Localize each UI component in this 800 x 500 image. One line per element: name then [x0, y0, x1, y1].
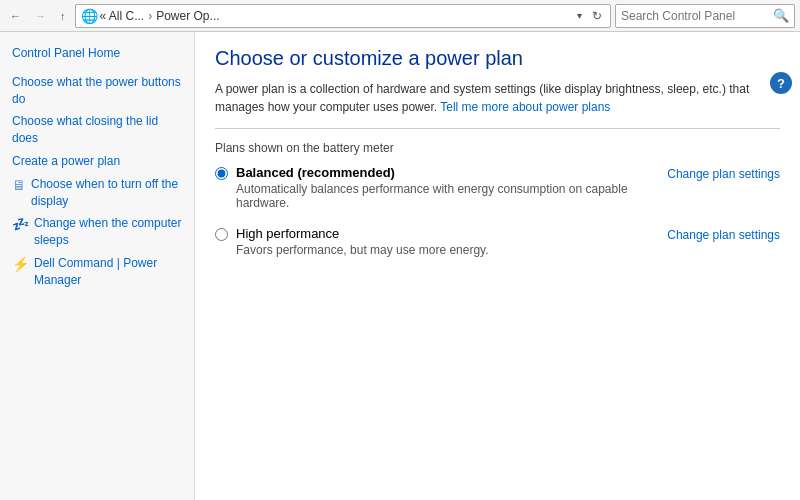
- help-icon-button[interactable]: ?: [770, 72, 792, 94]
- search-bar[interactable]: 🔍: [615, 4, 795, 28]
- address-dropdown-button[interactable]: ▾: [574, 10, 585, 21]
- plan-name-high-performance[interactable]: High performance: [236, 226, 652, 241]
- sidebar-create-plan-label: Create a power plan: [12, 153, 120, 170]
- monitor-icon: 🖥: [12, 176, 26, 196]
- sidebar-item-dell-command[interactable]: ⚡ Dell Command | Power Manager: [0, 252, 194, 292]
- learn-more-link[interactable]: Tell me more about power plans: [440, 100, 610, 114]
- sidebar: Control Panel Home Choose what the power…: [0, 32, 195, 500]
- address-part2: Power Op...: [156, 9, 219, 23]
- search-input[interactable]: [621, 9, 769, 23]
- content-description: A power plan is a collection of hardware…: [215, 80, 780, 116]
- plans-section-label: Plans shown on the battery meter: [215, 141, 780, 155]
- search-submit-button[interactable]: 🔍: [773, 8, 789, 23]
- sidebar-item-home[interactable]: Control Panel Home: [0, 42, 194, 65]
- sidebar-lid-label: Choose what closing the lid does: [12, 113, 182, 147]
- content-area: Choose or customize a power plan A power…: [195, 32, 800, 500]
- plan-left-balanced: Balanced (recommended) Automatically bal…: [215, 165, 652, 210]
- navigation-bar: ← → ↑ 🌐 « All C... › Power Op... ▾ ↻ 🔍: [0, 0, 800, 32]
- address-globe-icon: 🌐: [81, 8, 98, 24]
- plan-desc-balanced: Automatically balances performance with …: [236, 182, 652, 210]
- sidebar-item-computer-sleep[interactable]: 💤 Change when the computer sleeps: [0, 212, 194, 252]
- section-divider: [215, 128, 780, 129]
- back-button[interactable]: ←: [5, 7, 26, 25]
- address-text: 🌐 « All C... › Power Op...: [81, 8, 220, 24]
- sidebar-item-create-plan[interactable]: Create a power plan: [0, 150, 194, 173]
- sidebar-item-turn-off-display[interactable]: 🖥 Choose when to turn off the display: [0, 173, 194, 213]
- plan-item-balanced: Balanced (recommended) Automatically bal…: [215, 165, 780, 210]
- sidebar-dell-command-label: Dell Command | Power Manager: [34, 255, 182, 289]
- plan-item-high-performance: High performance Favors performance, but…: [215, 226, 780, 257]
- page-title: Choose or customize a power plan: [215, 47, 780, 70]
- sidebar-computer-sleep-label: Change when the computer sleeps: [34, 215, 182, 249]
- main-layout: Control Panel Home Choose what the power…: [0, 32, 800, 500]
- plan-info-balanced: Balanced (recommended) Automatically bal…: [236, 165, 652, 210]
- sidebar-home-label: Control Panel Home: [12, 45, 120, 62]
- sidebar-main-section: Control Panel Home Choose what the power…: [0, 42, 194, 302]
- plan-info-high-performance: High performance Favors performance, but…: [236, 226, 652, 257]
- dell-icon: ⚡: [12, 255, 29, 275]
- address-part1: « All C...: [100, 9, 145, 23]
- plan-radio-balanced[interactable]: [215, 167, 228, 180]
- plan-change-link-balanced[interactable]: Change plan settings: [667, 167, 780, 181]
- sidebar-item-power-buttons[interactable]: Choose what the power buttons do: [0, 71, 194, 111]
- plan-left-high-performance: High performance Favors performance, but…: [215, 226, 652, 257]
- forward-button[interactable]: →: [30, 7, 51, 25]
- address-refresh-button[interactable]: ↻: [589, 9, 605, 23]
- plan-change-link-high-performance[interactable]: Change plan settings: [667, 228, 780, 242]
- plan-desc-high-performance: Favors performance, but may use more ene…: [236, 243, 652, 257]
- sidebar-turn-off-display-label: Choose when to turn off the display: [31, 176, 182, 210]
- plan-name-balanced[interactable]: Balanced (recommended): [236, 165, 652, 180]
- sleep-icon: 💤: [12, 215, 29, 235]
- sidebar-item-lid[interactable]: Choose what closing the lid does: [0, 110, 194, 150]
- up-button[interactable]: ↑: [55, 7, 71, 25]
- address-bar[interactable]: 🌐 « All C... › Power Op... ▾ ↻: [75, 4, 612, 28]
- plan-radio-high-performance[interactable]: [215, 228, 228, 241]
- sidebar-power-buttons-label: Choose what the power buttons do: [12, 74, 182, 108]
- address-separator: ›: [148, 9, 152, 23]
